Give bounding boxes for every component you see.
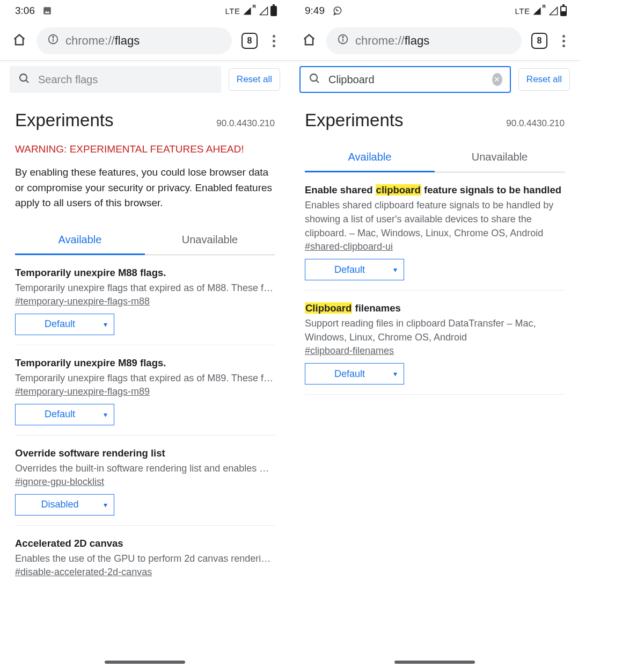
network-label: LTE [225,6,240,16]
status-time: 9:49 [305,5,325,17]
flag-title: Override software rendering list [15,447,275,459]
flag-select[interactable]: Default [305,259,404,280]
info-icon [337,33,349,48]
tabs: Available Unavailable [305,143,565,172]
search-icon [18,72,31,87]
flag-anchor[interactable]: #shared-clipboard-ui [305,241,393,252]
flag-item: Temporarily unexpire M88 flags. Temporar… [15,255,275,345]
omnibox[interactable]: chrome://flags [36,27,232,54]
flag-select[interactable]: Disabled [15,494,114,516]
warning-heading: WARNING: EXPERIMENTAL FEATURES AHEAD! [15,143,275,155]
flag-anchor[interactable]: #clipboard-filenames [305,345,394,357]
whatsapp-icon [332,5,343,16]
info-icon [47,33,59,48]
flag-select[interactable]: Default [15,314,114,335]
flag-item: Temporarily unexpire M89 flags. Temporar… [15,345,275,436]
tabs: Available Unavailable [15,226,275,255]
search-input-container[interactable] [10,66,221,93]
omnibox[interactable]: chrome://flags [326,27,522,54]
signal-icon [532,6,541,16]
browser-toolbar: chrome://flags 8 [0,21,290,60]
tabs-button[interactable]: 8 [531,33,547,49]
tab-unavailable[interactable]: Unavailable [145,226,275,255]
phone-left: 3:06 LTE R chrome://flags 8 [0,0,290,667]
search-row: ✕ Reset all [290,61,580,98]
flag-item: Accelerated 2D canvas Enables the use of… [15,526,275,594]
url-text: chrome://flags [355,34,429,48]
overflow-menu-icon[interactable] [267,33,280,49]
svg-point-5 [20,74,27,81]
flag-desc: Temporarily unexpire flags that expired … [15,281,275,295]
battery-icon [560,6,567,16]
clear-icon[interactable]: ✕ [492,73,502,86]
home-icon[interactable] [12,32,27,49]
nav-handle[interactable] [394,661,475,664]
nav-handle[interactable] [105,661,185,664]
search-icon [308,72,321,87]
flag-item: Override software rendering list Overrid… [15,436,275,526]
flag-title: Temporarily unexpire M89 flags. [15,357,275,369]
flag-title: Accelerated 2D canvas [15,538,275,549]
home-icon[interactable] [302,32,317,49]
flag-item: Enable shared clipboard feature signals … [305,172,565,291]
flag-desc: Support reading files in clipboard DataT… [305,316,565,344]
flag-title: Clipboard filenames [305,302,565,314]
tab-available[interactable]: Available [15,226,145,255]
reset-all-button[interactable]: Reset all [518,68,570,91]
flag-desc: Temporarily unexpire flags that expired … [15,371,275,385]
signal-secondary-icon [549,6,558,16]
status-bar: 9:49 LTE R [290,0,580,21]
search-input[interactable] [328,74,485,86]
flag-desc: Enables the use of the GPU to perform 2d… [15,552,275,566]
flag-select[interactable]: Default [15,404,114,425]
tab-unavailable[interactable]: Unavailable [435,143,565,172]
svg-rect-0 [43,7,51,15]
signal-secondary-icon [259,6,268,16]
search-input-container[interactable]: ✕ [299,66,511,93]
battery-icon [270,6,277,16]
browser-toolbar: chrome://flags 8 [290,21,580,60]
version-label: 90.0.4430.210 [506,118,565,129]
flag-anchor[interactable]: #ignore-gpu-blocklist [15,476,104,488]
flag-title: Temporarily unexpire M88 flags. [15,267,275,279]
phone-right: 9:49 LTE R chrome://flags 8 [290,0,580,667]
svg-point-10 [342,37,343,38]
overflow-menu-icon[interactable] [557,33,570,49]
search-row: Reset all [0,61,290,98]
page-title: Experiments [305,110,403,130]
page-title: Experiments [15,110,113,130]
flag-anchor[interactable]: #temporary-unexpire-flags-m89 [15,386,150,397]
svg-line-12 [316,80,319,83]
svg-point-4 [53,37,54,38]
roaming-r-icon: R [543,4,546,9]
status-time: 3:06 [15,5,35,17]
flag-anchor[interactable]: #temporary-unexpire-flags-m88 [15,296,150,307]
reset-all-button[interactable]: Reset all [229,68,280,91]
flag-desc: Enables shared clipboard feature signals… [305,198,565,240]
network-label: LTE [515,6,530,16]
roaming-r-icon: R [253,4,257,9]
url-text: chrome://flags [65,34,140,48]
warning-body: By enabling these features, you could lo… [15,165,275,211]
version-label: 90.0.4430.210 [216,118,275,129]
image-icon [42,6,52,16]
flag-select[interactable]: Default [305,363,404,385]
flag-title: Enable shared clipboard feature signals … [305,184,565,196]
flag-anchor[interactable]: #disable-accelerated-2d-canvas [15,567,152,578]
search-input[interactable] [38,74,213,86]
flag-item: Clipboard filenames Support reading file… [305,291,565,395]
status-bar: 3:06 LTE R [0,0,290,21]
svg-point-11 [310,74,317,81]
signal-icon [243,6,252,16]
flag-desc: Overrides the built-in software renderin… [15,461,275,475]
tabs-button[interactable]: 8 [241,33,258,49]
tab-available[interactable]: Available [305,143,435,172]
svg-line-6 [26,80,28,83]
